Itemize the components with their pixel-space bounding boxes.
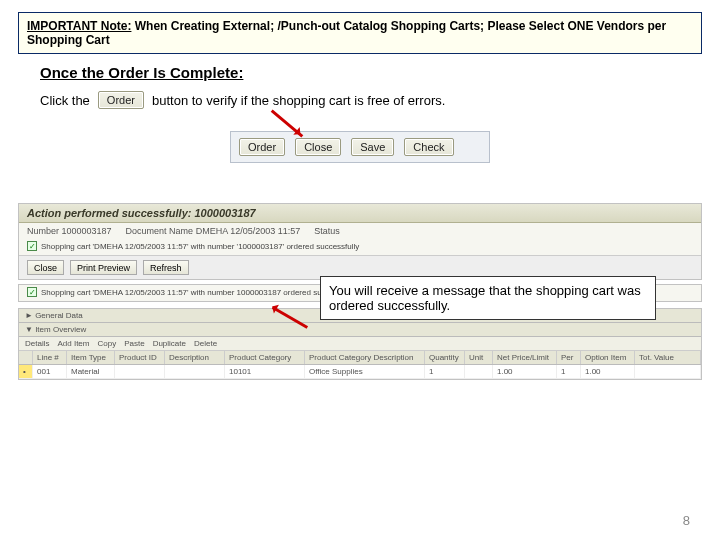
section-heading: Once the Order Is Complete: — [40, 64, 720, 81]
tool-delete[interactable]: Delete — [194, 339, 217, 348]
check-button[interactable]: Check — [404, 138, 453, 156]
order-button-inline[interactable]: Order — [98, 91, 144, 109]
save-button[interactable]: Save — [351, 138, 394, 156]
tool-add-item[interactable]: Add Item — [57, 339, 89, 348]
sap-info-row: Number 1000003187 Document Name DMEHA 12… — [19, 223, 701, 239]
button-row-panel: Order Close Save Check — [230, 131, 490, 163]
success-callout: You will receive a message that the shop… — [320, 276, 656, 320]
page-number: 8 — [683, 513, 690, 528]
print-preview-button[interactable]: Print Preview — [70, 260, 137, 275]
success-msg-2: Shopping cart 'DMEHA 12/05/2003 11:57' w… — [41, 288, 356, 297]
order-button[interactable]: Order — [239, 138, 285, 156]
item-overview-header[interactable]: ▼ Item Overview — [19, 323, 701, 337]
close-button[interactable]: Close — [295, 138, 341, 156]
success-msg-1: Shopping cart 'DMEHA 12/05/2003 11:57' w… — [41, 242, 359, 251]
sap-result-header: Action performed successfully: 100000318… — [19, 204, 701, 223]
check-icon: ✓ — [27, 287, 37, 297]
sap-result-panel-1: Action performed successfully: 100000318… — [18, 203, 702, 280]
tool-paste[interactable]: Paste — [124, 339, 144, 348]
verify-text: button to verify if the shopping cart is… — [152, 93, 445, 108]
arrow-icon — [271, 109, 304, 137]
table-toolbar: Details Add Item Copy Paste Duplicate De… — [19, 337, 701, 351]
table-header-row: Line # Item Type Product ID Description … — [19, 351, 701, 365]
table-row[interactable]: • 001 Material 10101 Office Supplies 1 1… — [19, 365, 701, 379]
refresh-button[interactable]: Refresh — [143, 260, 189, 275]
tool-copy[interactable]: Copy — [97, 339, 116, 348]
click-the-text: Click the — [40, 93, 90, 108]
check-icon: ✓ — [27, 241, 37, 251]
instruction-line: Click the Order button to verify if the … — [40, 91, 720, 109]
important-note-box: IMPORTANT Note: When Creating External; … — [18, 12, 702, 54]
note-prefix: IMPORTANT Note: — [27, 19, 131, 33]
tool-details[interactable]: Details — [25, 339, 49, 348]
close-button-2[interactable]: Close — [27, 260, 64, 275]
sap-success-line-1: ✓ Shopping cart 'DMEHA 12/05/2003 11:57'… — [19, 239, 701, 255]
tool-duplicate[interactable]: Duplicate — [153, 339, 186, 348]
